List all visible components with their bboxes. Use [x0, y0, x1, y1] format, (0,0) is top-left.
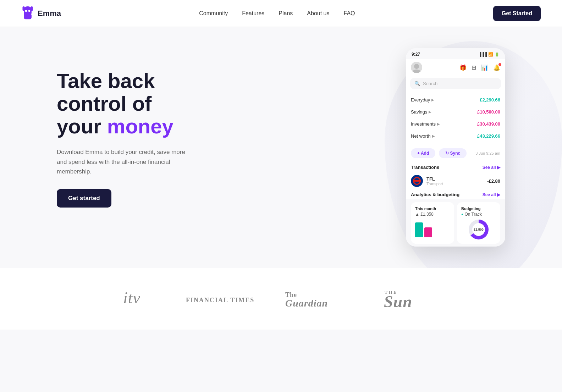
- press-logo-financial-times: FINANCIAL TIMES: [185, 291, 256, 307]
- analytics-header: Analytics & budgeting See all ▶: [406, 190, 505, 199]
- bar-teal: [415, 222, 423, 237]
- chevron-right-icon: ▶: [437, 122, 440, 126]
- svg-point-7: [412, 70, 421, 73]
- search-icon: 🔍: [414, 81, 420, 86]
- svg-text:itv: itv: [123, 289, 140, 306]
- nav-faq[interactable]: FAQ: [344, 10, 355, 16]
- transaction-info: TFL Transport: [426, 176, 484, 186]
- hero-title: Take back control of your money: [57, 70, 192, 137]
- tfl-bar: [413, 180, 421, 182]
- logo-text: Emma: [38, 9, 61, 18]
- analytics-title: Analytics & budgeting: [411, 192, 459, 197]
- analytics-section: This month ▲ £1,358 Budgeting ● On Track: [406, 199, 505, 247]
- analytics-see-all[interactable]: See all ▶: [483, 192, 500, 197]
- signal-icon: ▐▐▐: [479, 52, 487, 56]
- chevron-right-icon: ▶: [429, 110, 431, 114]
- account-savings-label: Savings ▶: [411, 109, 431, 115]
- svg-rect-1: [24, 13, 32, 19]
- donut: £2,500: [469, 220, 489, 239]
- sync-button[interactable]: ↻ Sync: [439, 148, 467, 158]
- transactions-see-all[interactable]: See all ▶: [483, 165, 500, 170]
- transaction-amount: -£2.80: [487, 178, 500, 184]
- nav-features[interactable]: Features: [242, 10, 264, 16]
- tfl-circle: [413, 177, 421, 185]
- hero-title-line2: control of: [57, 92, 151, 115]
- svg-point-3: [28, 10, 30, 12]
- budgeting-title: Budgeting: [461, 206, 496, 211]
- svg-text:FINANCIAL TIMES: FINANCIAL TIMES: [186, 297, 254, 304]
- nav-about[interactable]: About us: [307, 10, 329, 16]
- phone-time: 9:27: [412, 52, 420, 57]
- avatar: [411, 62, 422, 73]
- sync-time: 3 Jun 9:25 am: [475, 151, 500, 155]
- status-icons: ▐▐▐ 📶 🔋: [479, 52, 500, 57]
- donut-chart: £2,500: [461, 220, 496, 239]
- press-logo-sun: THE Sun: [384, 286, 441, 312]
- guardian-svg: The Guardian: [285, 287, 356, 308]
- svg-point-6: [414, 64, 419, 69]
- account-everyday-label: Everyday ▶: [411, 97, 434, 103]
- transactions-header: Transactions See all ▶: [406, 162, 505, 172]
- nav-community[interactable]: Community: [199, 10, 228, 16]
- hero-subtitle: Download Emma to build your credit, save…: [57, 147, 192, 176]
- phone-search[interactable]: 🔍 Search: [410, 78, 501, 89]
- phone-mockup: 9:27 ▐▐▐ 📶 🔋 🎁 ⊞ 📊 🔔: [406, 48, 505, 247]
- itv-svg: itv: [121, 288, 157, 306]
- account-row[interactable]: Net worth ▶ £43,229.66: [411, 130, 500, 142]
- on-track-dot: ●: [461, 212, 463, 216]
- account-investments-label: Investments ▶: [411, 121, 440, 127]
- notification-dot: [498, 63, 501, 66]
- notification-icon[interactable]: 🔔: [493, 64, 500, 71]
- chevron-right-icon: ▶: [432, 134, 435, 138]
- transactions-title: Transactions: [411, 165, 439, 170]
- account-investments-value: £30,439.00: [477, 121, 500, 127]
- nav-plans[interactable]: Plans: [279, 10, 293, 16]
- account-row[interactable]: Everyday ▶ £2,290.66: [411, 94, 500, 106]
- analytics-cards: This month ▲ £1,358 Budgeting ● On Track: [411, 202, 500, 244]
- this-month-card[interactable]: This month ▲ £1,358: [411, 202, 454, 244]
- budgeting-card[interactable]: Budgeting ● On Track £2,500: [457, 202, 500, 244]
- transaction-category: Transport: [426, 182, 484, 186]
- svg-text:Guardian: Guardian: [285, 298, 328, 308]
- navbar: Emma Community Features Plans About us F…: [0, 0, 562, 27]
- press-logo-guardian: The Guardian: [285, 287, 356, 311]
- ft-svg: FINANCIAL TIMES: [185, 291, 256, 305]
- hero-cta-button[interactable]: Get started: [57, 189, 111, 208]
- chart-icon[interactable]: 📊: [481, 64, 488, 71]
- bar-pink: [424, 227, 432, 237]
- hero-title-line3-plain: your: [57, 115, 107, 138]
- hero-content: Take back control of your money Download…: [57, 55, 192, 208]
- press-logo-itv: itv: [121, 288, 157, 309]
- account-row[interactable]: Savings ▶ £10,500.00: [411, 106, 500, 118]
- svg-point-2: [25, 10, 27, 12]
- layers-icon[interactable]: ⊞: [472, 64, 476, 71]
- transaction-name: TFL: [426, 176, 484, 182]
- phone-mockup-container: 9:27 ▐▐▐ 📶 🔋 🎁 ⊞ 📊 🔔: [406, 55, 519, 247]
- account-row[interactable]: Investments ▶ £30,439.00: [411, 118, 500, 130]
- bar-chart: [415, 220, 450, 237]
- sun-svg: THE Sun: [384, 286, 441, 309]
- emma-logo-icon: [21, 6, 34, 21]
- battery-icon: 🔋: [495, 52, 500, 57]
- nav-links: Community Features Plans About us FAQ: [199, 10, 355, 17]
- account-everyday-value: £2,290.66: [480, 97, 500, 103]
- donut-inner: £2,500: [472, 223, 485, 236]
- chevron-right-icon: ▶: [431, 98, 434, 102]
- budgeting-status: ● On Track: [461, 212, 496, 217]
- account-savings-value: £10,500.00: [477, 109, 500, 115]
- header-icons: 🎁 ⊞ 📊 🔔: [459, 64, 500, 71]
- hero-title-highlight: money: [107, 115, 173, 138]
- press-section: itv FINANCIAL TIMES The Guardian THE Sun: [0, 268, 562, 330]
- tfl-logo: [411, 175, 423, 187]
- phone-accounts: Everyday ▶ £2,290.66 Savings ▶ £10,500.0…: [406, 93, 505, 145]
- svg-rect-5: [31, 6, 33, 11]
- transaction-item[interactable]: TFL Transport -£2.80: [406, 172, 505, 190]
- logo-area[interactable]: Emma: [21, 6, 61, 21]
- svg-text:The: The: [285, 291, 297, 298]
- nav-cta-button[interactable]: Get Started: [493, 6, 541, 21]
- hero-title-line1: Take back: [57, 69, 155, 92]
- gift-icon[interactable]: 🎁: [459, 64, 467, 71]
- add-button[interactable]: + Add: [411, 148, 435, 158]
- account-networth-value: £43,229.66: [477, 133, 500, 139]
- search-placeholder: Search: [423, 81, 437, 86]
